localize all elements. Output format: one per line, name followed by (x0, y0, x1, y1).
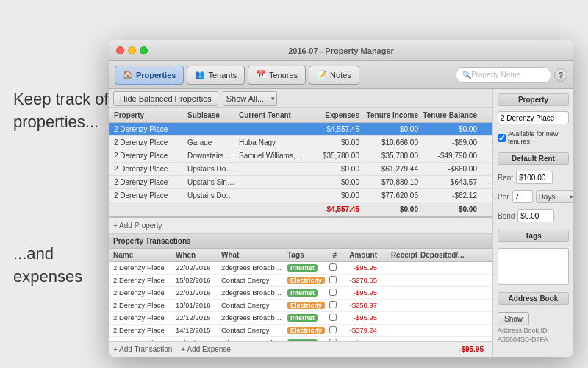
transactions-header: Property Transactions (109, 234, 492, 249)
note-icon: 📝 (317, 70, 327, 79)
show-select[interactable]: Show All... (223, 91, 277, 106)
tab-notes[interactable]: 📝 Notes (309, 66, 359, 85)
tags-area[interactable] (498, 248, 569, 285)
col-expenses: Expenses (310, 110, 362, 121)
properties-table-header: Property Sublease Current Tenant Expense… (109, 108, 492, 123)
col-balance: Tenure Balance (420, 110, 479, 121)
property-name-input[interactable] (498, 111, 569, 124)
filter-bar: Hide Balanced Properties Show All... (109, 89, 492, 108)
list-item[interactable]: 2 Derenzy Place 22/02/2016 2degrees Broa… (109, 262, 492, 275)
add-property-button[interactable]: + Add Property (113, 222, 162, 230)
people-icon: 👥 (195, 70, 205, 79)
traffic-lights (116, 46, 148, 54)
bond-row: Bond (498, 209, 569, 222)
col-income: Tenure Income (362, 110, 420, 121)
trans-col-when: When (174, 250, 220, 260)
list-item[interactable]: 2 Derenzy Place 22/12/2015 2degrees Broa… (109, 312, 492, 325)
col-net: Balance (479, 110, 492, 121)
rent-input[interactable] (516, 171, 553, 184)
properties-rows: 2 Derenzy Place -$4,557.45 $0.00 $0.00 -… (109, 123, 492, 202)
table-row[interactable]: 2 Derenzy Place Downstairs Do... Samuel … (109, 149, 492, 163)
trans-col-deposited: Deposited/... (419, 250, 459, 260)
table-row[interactable]: 2 Derenzy Place -$4,557.45 $0.00 $0.00 -… (109, 123, 492, 136)
trans-col-check: # (326, 250, 338, 260)
list-item[interactable]: 2 Derenzy Place 14/12/2015 Contact Energ… (109, 325, 492, 337)
show-select-wrap: Show All... (223, 91, 277, 106)
per-unit-wrap: Days Weeks Months (536, 190, 573, 203)
available-checkbox[interactable] (498, 134, 506, 142)
bond-label: Bond (498, 212, 514, 220)
bottom-promo-text: ...and expenses (13, 243, 109, 289)
property-name-field (498, 110, 569, 124)
transactions-section: Property Transactions Name When What Tag… (109, 234, 492, 357)
address-book-id-label: Address Book ID: (498, 327, 569, 334)
bond-input[interactable] (517, 209, 554, 222)
trans-col-amount: Amount (338, 250, 379, 260)
table-row[interactable]: 2 Derenzy Place Garage Huba Nagy $0.00 $… (109, 136, 492, 149)
left-promo-text: Keep track of properties... (13, 88, 109, 134)
transactions-footer: + Add Transaction + Add Expense -$95.95 (109, 341, 492, 357)
help-button[interactable]: ? (554, 68, 567, 82)
transactions-body: 2 Derenzy Place 22/02/2016 2degrees Broa… (109, 262, 492, 341)
tab-properties[interactable]: 🏠 Properties (115, 66, 184, 85)
titlebar: 2016-07 - Property Manager (109, 40, 573, 61)
col-property: Property (112, 110, 185, 121)
add-expense-button[interactable]: + Add Expense (181, 345, 231, 353)
properties-table: Property Sublease Current Tenant Expense… (109, 108, 492, 234)
trans-col-what: What (220, 250, 286, 260)
main-area: Hide Balanced Properties Show All... Pro… (109, 89, 492, 357)
content-area: Hide Balanced Properties Show All... Pro… (109, 89, 573, 357)
default-rent-section-label: Default Rent (498, 152, 569, 165)
tab-tenants[interactable]: 👥 Tenants (187, 66, 245, 85)
trans-col-name: Name (112, 250, 174, 260)
transactions-table-header: Name When What Tags # Amount Receipt Dep… (109, 249, 492, 262)
house-icon: 🏠 (123, 70, 133, 79)
search-box[interactable]: 🔍 Property Name (456, 67, 551, 83)
rent-row: Rent (498, 171, 569, 184)
close-button[interactable] (116, 46, 124, 54)
per-label: Per (498, 193, 509, 201)
transactions-total: -$95.95 (459, 345, 488, 353)
property-section-label: Property (498, 93, 569, 106)
address-book-id-value: A36604SB-D7FA (498, 336, 569, 343)
table-row[interactable]: 2 Derenzy Place Upstairs Doubl... $0.00 … (109, 189, 492, 202)
toolbar: 🏠 Properties 👥 Tenants 📅 Tenures 📝 Notes… (109, 61, 573, 89)
address-book-show-button[interactable]: Show (498, 312, 529, 325)
search-placeholder: Property Name (471, 71, 520, 79)
list-item[interactable]: 2 Derenzy Place 15/02/2016 Contact Energ… (109, 275, 492, 287)
transactions-actions: + Add Transaction + Add Expense (113, 345, 231, 353)
table-row[interactable]: 2 Derenzy Place Upstairs Single $0.00 $7… (109, 176, 492, 189)
trans-col-tags: Tags (286, 250, 326, 260)
col-sublease: Sublease (185, 110, 237, 121)
maximize-button[interactable] (140, 46, 148, 54)
calendar-icon: 📅 (256, 70, 266, 79)
available-checkbox-row: Available for new tenures (498, 130, 569, 145)
list-item[interactable]: 2 Derenzy Place 13/01/2016 Contact Energ… (109, 300, 492, 312)
available-label: Available for new tenures (508, 130, 569, 145)
sidebar: Property Available for new tenures Defau… (492, 89, 573, 357)
tab-tenures[interactable]: 📅 Tenures (248, 66, 306, 85)
address-book-section: Show Address Book ID: A36604SB-D7FA (498, 312, 569, 343)
per-row: Per Days Weeks Months (498, 190, 569, 203)
tags-section-label: Tags (498, 230, 569, 242)
hide-balanced-btn[interactable]: Hide Balanced Properties (113, 91, 218, 106)
list-item[interactable]: 2 Derenzy Place 22/01/2016 2degrees Broa… (109, 287, 492, 300)
main-window: 2016-07 - Property Manager 🏠 Properties … (109, 40, 573, 357)
bottom-text-line2: expenses (13, 267, 82, 286)
per-unit-select[interactable]: Days Weeks Months (536, 190, 573, 203)
trans-col-receipt: Receipt (379, 250, 419, 260)
per-value-input[interactable] (512, 190, 533, 203)
left-text-line2: properties... (13, 113, 98, 131)
bottom-text-line1: ...and (13, 244, 54, 263)
address-book-section-label: Address Book (498, 292, 569, 305)
left-text-line1: Keep track of (13, 90, 109, 108)
add-property-row: + Add Property (109, 218, 492, 234)
add-transaction-button[interactable]: + Add Transaction (113, 345, 172, 353)
rent-label: Rent (498, 174, 513, 182)
table-row[interactable]: 2 Derenzy Place Upstairs Doubl... $0.00 … (109, 163, 492, 176)
minimize-button[interactable] (128, 46, 136, 54)
col-tenant: Current Tenant (237, 110, 310, 121)
properties-totals: -$4,557.45 $0.00 $0.00 -$4,557.45 (109, 202, 492, 218)
window-title: 2016-07 - Property Manager (288, 46, 394, 55)
